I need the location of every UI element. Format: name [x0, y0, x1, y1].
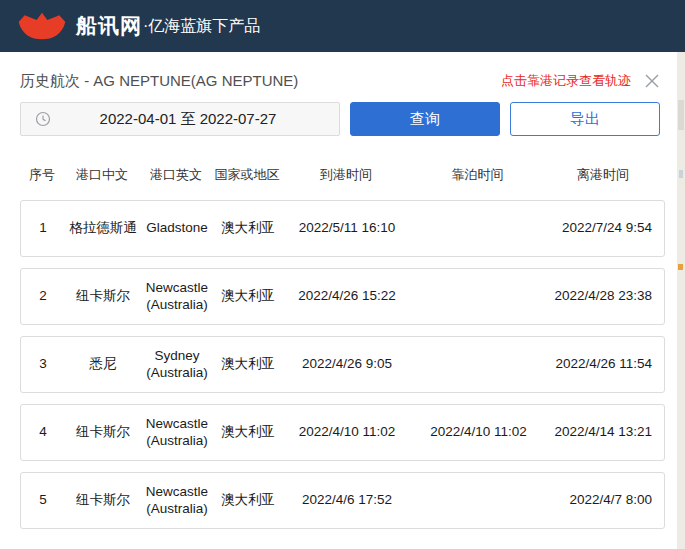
date-range-input[interactable]: 2022-04-01 至 2022-07-27 — [20, 102, 340, 136]
cell-port-en: Newcastle (Australia) — [141, 484, 213, 518]
col-header-country: 国家或地区 — [212, 166, 282, 184]
cell-arrival: 2022/5/11 16:10 — [283, 220, 411, 237]
cell-port-cn: 悉尼 — [65, 356, 141, 373]
cell-port-cn: 纽卡斯尔 — [65, 424, 141, 441]
cell-port-en: Newcastle (Australia) — [141, 280, 213, 314]
cell-arrival: 2022/4/26 9:05 — [283, 356, 411, 373]
clock-icon — [35, 111, 51, 127]
cell-no: 3 — [21, 356, 65, 373]
col-header-no: 序号 — [20, 166, 64, 184]
map-fleck — [679, 170, 683, 178]
view-track-hint-link[interactable]: 点击靠港记录查看轨迹 — [501, 72, 631, 90]
col-header-port-en: 港口英文 — [140, 166, 212, 184]
voyage-row-5[interactable]: 5 纽卡斯尔 Newcastle (Australia) 澳大利亚 2022/4… — [20, 472, 665, 529]
cell-arrival: 2022/4/6 17:52 — [283, 492, 411, 509]
page-title: 历史航次 - AG NEPTUNE(AG NEPTUNE) — [20, 72, 298, 91]
cell-port-en: Newcastle (Australia) — [141, 416, 213, 450]
col-header-port-cn: 港口中文 — [64, 166, 140, 184]
cell-berth: 2022/4/10 11:02 — [411, 424, 546, 441]
table-header-row: 序号 港口中文 港口英文 国家或地区 到港时间 靠泊时间 离港时间 — [20, 164, 665, 186]
cell-no: 4 — [21, 424, 65, 441]
cell-country: 澳大利亚 — [213, 492, 283, 509]
close-icon[interactable] — [641, 70, 663, 92]
map-fleck — [678, 100, 684, 130]
cell-arrival: 2022/4/26 15:22 — [283, 288, 411, 305]
cell-departure: 2022/4/28 23:38 — [546, 288, 664, 305]
brand-suffix: ·亿海蓝旗下产品 — [143, 16, 260, 37]
title-row: 历史航次 - AG NEPTUNE(AG NEPTUNE) 点击靠港记录查看轨迹 — [20, 66, 665, 96]
history-voyage-window: 船讯网 ·亿海蓝旗下产品 历史航次 - AG NEPTUNE(AG NEPTUN… — [0, 0, 685, 549]
cell-departure: 2022/7/24 9:54 — [546, 220, 664, 237]
col-header-berth: 靠泊时间 — [410, 166, 545, 184]
date-range-value: 2022-04-01 至 2022-07-27 — [51, 110, 325, 129]
voyage-row-4[interactable]: 4 纽卡斯尔 Newcastle (Australia) 澳大利亚 2022/4… — [20, 404, 665, 461]
shipxy-boat-logo-icon — [18, 8, 66, 44]
cell-port-cn: 纽卡斯尔 — [65, 492, 141, 509]
query-button[interactable]: 查询 — [350, 102, 500, 136]
map-fleck — [678, 264, 683, 270]
cell-port-en: Gladstone — [141, 220, 213, 237]
cell-country: 澳大利亚 — [213, 220, 283, 237]
cell-no: 5 — [21, 492, 65, 509]
voyage-list: 1 格拉德斯通 Gladstone 澳大利亚 2022/5/11 16:10 2… — [20, 200, 665, 529]
cell-no: 2 — [21, 288, 65, 305]
cell-arrival: 2022/4/10 11:02 — [283, 424, 411, 441]
map-edge-strip — [677, 52, 685, 549]
voyage-row-2[interactable]: 2 纽卡斯尔 Newcastle (Australia) 澳大利亚 2022/4… — [20, 268, 665, 325]
cell-country: 澳大利亚 — [213, 356, 283, 373]
history-voyage-panel: 历史航次 - AG NEPTUNE(AG NEPTUNE) 点击靠港记录查看轨迹 — [0, 52, 685, 529]
col-header-departure: 离港时间 — [545, 166, 665, 184]
top-banner: 船讯网 ·亿海蓝旗下产品 — [0, 0, 685, 52]
brand-line: 船讯网 ·亿海蓝旗下产品 — [76, 12, 260, 40]
cell-country: 澳大利亚 — [213, 288, 283, 305]
cell-port-en: Sydney (Australia) — [141, 348, 213, 382]
col-header-arrival: 到港时间 — [282, 166, 410, 184]
cell-port-cn: 格拉德斯通 — [65, 220, 141, 237]
voyage-row-3[interactable]: 3 悉尼 Sydney (Australia) 澳大利亚 2022/4/26 9… — [20, 336, 665, 393]
export-button[interactable]: 导出 — [510, 102, 660, 136]
cell-departure: 2022/4/26 11:54 — [546, 356, 664, 373]
cell-departure: 2022/4/7 8:00 — [546, 492, 664, 509]
title-right: 点击靠港记录查看轨迹 — [501, 70, 665, 92]
filter-row: 2022-04-01 至 2022-07-27 查询 导出 — [20, 102, 665, 136]
cell-no: 1 — [21, 220, 65, 237]
cell-country: 澳大利亚 — [213, 424, 283, 441]
voyage-row-1[interactable]: 1 格拉德斯通 Gladstone 澳大利亚 2022/5/11 16:10 2… — [20, 200, 665, 257]
cell-port-cn: 纽卡斯尔 — [65, 288, 141, 305]
brand-name: 船讯网 — [76, 12, 142, 40]
cell-departure: 2022/4/14 13:21 — [546, 424, 664, 441]
